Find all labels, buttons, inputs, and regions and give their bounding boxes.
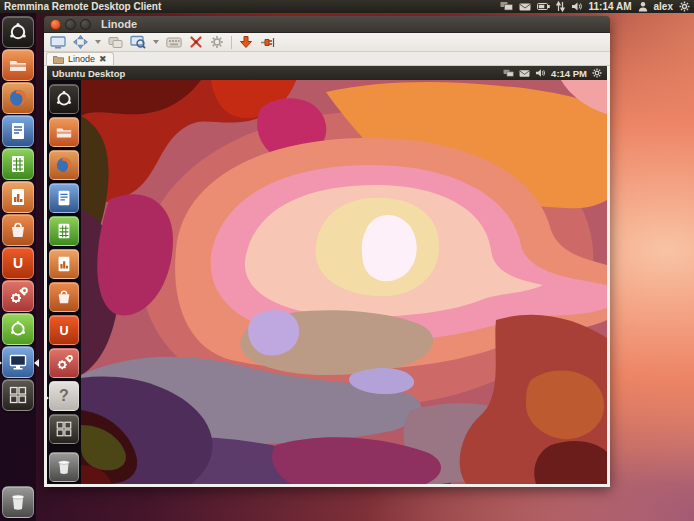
remmina-toolbar [44, 33, 610, 52]
launcher-item-software-center[interactable] [2, 214, 34, 246]
remote-launcher-item-trash[interactable] [49, 452, 79, 482]
volume-icon[interactable] [535, 68, 546, 78]
host-top-panel: Remmina Remote Desktop Client 11:14 AM a… [0, 0, 694, 13]
sync-arrows-icon[interactable] [556, 1, 565, 12]
window-title: Linode [101, 18, 137, 30]
disconnect-icon[interactable] [260, 34, 275, 51]
host-clock[interactable]: 11:14 AM [589, 1, 632, 12]
host-launcher: U [0, 13, 36, 521]
battery-icon[interactable] [537, 2, 550, 11]
remote-display-frame: Ubuntu Desktop 4:14 PM [44, 66, 610, 487]
minimize-window-icon[interactable] [239, 34, 253, 51]
unknown-app-glyph: ? [59, 387, 69, 405]
launcher-item-firefox[interactable] [2, 82, 34, 114]
fit-options-dropdown-icon[interactable] [95, 40, 101, 44]
launcher-item-workspace-switcher[interactable] [2, 379, 34, 411]
remote-launcher-item-dash-home[interactable] [49, 84, 79, 114]
toolbar-separator [231, 36, 232, 49]
launcher-item-ubuntu-software[interactable] [2, 313, 34, 345]
remote-session-screen[interactable] [81, 80, 607, 484]
network-icon[interactable] [503, 69, 514, 78]
launcher-item-trash[interactable] [2, 486, 34, 518]
remote-top-panel: Ubuntu Desktop 4:14 PM [47, 66, 607, 80]
window-maximize-button[interactable] [80, 19, 91, 30]
running-indicator [44, 394, 49, 402]
window-close-button[interactable] [50, 19, 61, 30]
tab-linode[interactable]: Linode ✖ [46, 52, 114, 65]
mail-icon[interactable] [519, 2, 531, 12]
host-app-title: Remmina Remote Desktop Client [4, 1, 161, 12]
svg-text:U: U [13, 255, 23, 271]
launcher-item-libreoffice-calc[interactable] [2, 148, 34, 180]
fit-window-icon[interactable] [73, 34, 88, 51]
running-indicator [0, 359, 2, 367]
tab-label: Linode [68, 54, 95, 64]
svg-text:U: U [59, 324, 68, 338]
remote-launcher-item-ubuntu-one[interactable]: U [49, 315, 79, 345]
mail-icon[interactable] [519, 69, 530, 78]
remote-launcher-item-libreoffice-impress[interactable] [49, 249, 79, 279]
launcher-item-libreoffice-writer[interactable] [2, 115, 34, 147]
launcher-item-ubuntu-one[interactable]: U [2, 247, 34, 279]
remote-launcher-item-system-settings[interactable] [49, 348, 79, 378]
user-icon[interactable] [638, 1, 648, 12]
launcher-item-home-folder[interactable] [2, 49, 34, 81]
launcher-item-libreoffice-impress[interactable] [2, 181, 34, 213]
focused-indicator [34, 359, 39, 367]
remote-launcher-item-unknown-app[interactable]: ? [49, 381, 79, 411]
session-gear-icon[interactable] [592, 68, 602, 78]
grab-keyboard-icon[interactable] [166, 34, 182, 51]
session-gear-icon[interactable] [679, 1, 690, 12]
scaled-mode-icon[interactable] [108, 34, 123, 51]
remote-launcher-item-libreoffice-writer[interactable] [49, 183, 79, 213]
viewport-scale-icon[interactable] [130, 34, 146, 51]
tab-icon [53, 55, 64, 64]
remote-launcher: U ? [47, 80, 81, 484]
window-titlebar[interactable]: Linode [44, 16, 610, 33]
desktop: Remmina Remote Desktop Client 11:14 AM a… [0, 0, 694, 521]
remote-launcher-item-libreoffice-calc[interactable] [49, 216, 79, 246]
launcher-item-remmina[interactable] [2, 346, 34, 378]
tab-close-icon[interactable]: ✖ [99, 54, 107, 64]
remote-clock[interactable]: 4:14 PM [551, 68, 587, 79]
toggle-fullscreen-icon[interactable] [50, 34, 66, 51]
window-minimize-button[interactable] [65, 19, 76, 30]
launcher-item-dash-home[interactable] [2, 16, 34, 48]
remote-launcher-item-software-center[interactable] [49, 282, 79, 312]
remote-wallpaper [81, 80, 607, 484]
scale-options-dropdown-icon[interactable] [153, 40, 159, 44]
screenshot-icon[interactable] [210, 34, 224, 51]
remote-launcher-item-home-folder[interactable] [49, 117, 79, 147]
remmina-window: Linode Linode ✖ Ubuntu [44, 16, 610, 487]
launcher-item-system-settings[interactable] [2, 280, 34, 312]
volume-icon[interactable] [571, 1, 583, 12]
remote-panel-title: Ubuntu Desktop [52, 68, 125, 79]
remote-launcher-item-workspace-switcher[interactable] [49, 414, 79, 444]
tools-icon[interactable] [189, 34, 203, 51]
tab-bar: Linode ✖ [44, 52, 610, 66]
host-username[interactable]: alex [654, 1, 673, 12]
remote-launcher-item-firefox[interactable] [49, 150, 79, 180]
network-icon[interactable] [500, 1, 513, 12]
